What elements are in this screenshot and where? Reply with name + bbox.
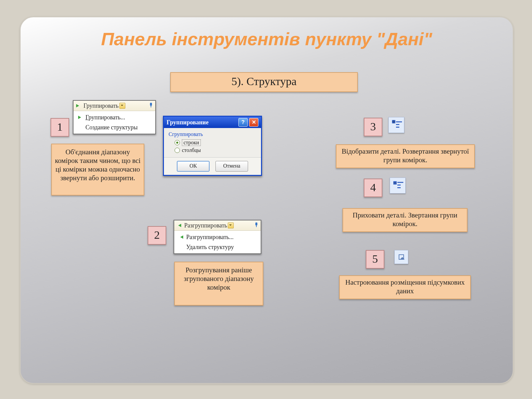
number-box-3: 3 [364,118,382,136]
desc-box-5: Настроювання розміщення підсумкових дани… [339,275,471,299]
desc-box-3: Відобразити деталі. Розвертання звернуто… [336,144,475,168]
ok-button[interactable]: ОК [177,161,209,172]
menu-item-ungroup[interactable]: Разгруппировать... [174,232,261,242]
menu-item-label: Удалить структуру [186,244,234,250]
radio-label: столбцы [182,147,201,153]
radio-label: строки [182,139,201,146]
dropdown-icon [228,222,234,228]
radio-icon [175,140,180,145]
ungroup-menu-panel: Разгруппировать Разгруппировать... Удали… [174,220,261,254]
launcher-glyph-icon [399,254,404,260]
show-detail-icon[interactable] [388,117,404,133]
group-legend: Сгруппировать [169,131,256,137]
desc-box-4: Приховати деталі. Звертання групи коміро… [342,208,467,232]
number-box-1: 1 [51,118,69,137]
desc-box-1: Об'єднання діапазону комірок таким чином… [51,144,144,196]
minus-icon [393,181,397,185]
group-menu-label: Группировать [83,103,119,109]
ungroup-menu-body: Разгруппировать... Удалить структуру [174,231,261,253]
number-box-2: 2 [148,226,166,245]
radio-cols[interactable]: столбцы [175,147,256,153]
hide-detail-icon[interactable] [390,178,406,194]
arrow-right-icon [78,115,83,120]
subtitle-box: 5). Структура [170,72,358,92]
dialog-launcher-icon[interactable] [394,250,408,264]
help-button[interactable]: ? [238,118,248,127]
grouping-dialog: Группирование ? ✕ Сгруппировать строки с… [163,116,262,176]
dialog-titlebar: Группирование ? ✕ [164,117,261,128]
number-box-5: 5 [366,250,384,269]
slide-title: Панель інструментів пункту "Дані" [21,30,513,48]
ungroup-menu-header[interactable]: Разгруппировать [174,220,261,231]
pin-icon [149,103,153,107]
desc-box-2: Розгрупування раніше згрупованого діапаз… [174,262,263,306]
group-menu-panel: Группировать Группировать... Создание ст… [73,100,156,134]
pin-icon [254,222,259,227]
menu-item-label: Разгруппировать... [186,234,234,240]
arrow-left-icon [177,223,182,228]
radio-icon [175,148,180,153]
dialog-footer: ОК Отмена [164,157,261,175]
ungroup-menu-label: Разгруппировать [184,222,227,228]
radio-rows[interactable]: строки [175,139,256,146]
menu-item-label: Группировать... [85,114,125,120]
cancel-button[interactable]: Отмена [215,161,248,172]
number-box-4: 4 [364,179,382,197]
arrow-left-icon [179,234,184,240]
dropdown-icon [119,103,125,109]
menu-item-group[interactable]: Группировать... [73,112,155,122]
arrow-right-icon [76,103,81,108]
dialog-body: Сгруппировать строки столбцы [164,128,261,157]
close-button[interactable]: ✕ [249,118,258,127]
menu-item-clear-outline[interactable]: Удалить структуру [174,242,261,252]
slide: Панель інструментів пункту "Дані" 5). Ст… [20,17,513,384]
group-menu-header[interactable]: Группировать [73,101,155,111]
group-menu-body: Группировать... Создание структуры [73,111,155,134]
menu-item-create-outline[interactable]: Создание структуры [73,122,155,132]
plus-icon [392,120,395,123]
menu-item-label: Создание структуры [85,124,138,130]
dialog-title-text: Группирование [167,117,208,128]
